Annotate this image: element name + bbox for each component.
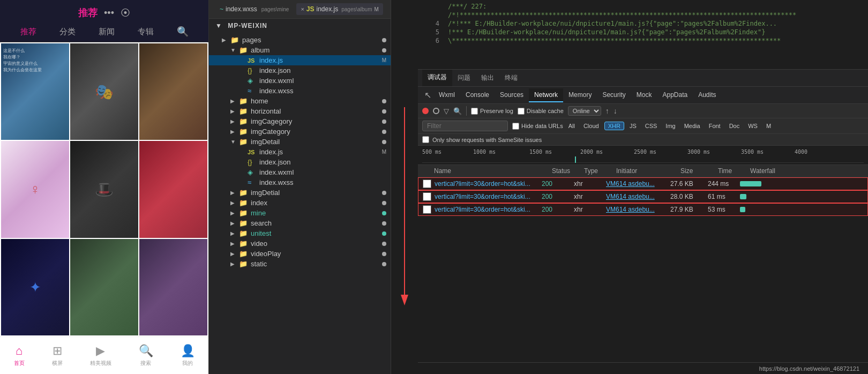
filter-xhr[interactable]: XHR — [604, 122, 624, 130]
tree-item-static[interactable]: ▶ 📁 static — [209, 259, 391, 269]
tree-item-index-js[interactable]: JS index.js M — [209, 55, 391, 65]
dot-indicator — [382, 211, 386, 215]
download-icon[interactable]: ↓ — [613, 107, 617, 115]
tree-item-index-wxml[interactable]: ◈ index.wxml — [209, 76, 391, 86]
tree-item-index[interactable]: ▶ 📁 index — [209, 198, 391, 208]
photo-6[interactable] — [139, 141, 207, 237]
photo-1[interactable]: 这是不什么我在哪？宇宙的意义是什么我为什么会坐在这里 — [1, 43, 69, 140]
tree-name: index.json — [259, 158, 386, 166]
record-circle[interactable] — [422, 108, 429, 114]
photo-3[interactable] — [139, 43, 207, 140]
tab-js[interactable]: × JS index.js pages\album M — [296, 3, 383, 15]
tab-close-icon[interactable]: × — [301, 6, 304, 12]
search-toolbar-icon[interactable]: 🔍 — [453, 107, 462, 115]
tree-item-videoplay[interactable]: ▶ 📁 videoPlay — [209, 249, 391, 259]
filter-js[interactable]: JS — [626, 122, 640, 130]
tree-item-mine[interactable]: ▶ 📁 mine — [209, 208, 391, 218]
tree-item-imgcategory[interactable]: ▶ 📁 imgCategory — [209, 126, 391, 137]
network-table[interactable]: vertical?limit=30&order=hot&ski... 200 x… — [418, 177, 868, 362]
tree-item-index-json[interactable]: {} index.json — [209, 65, 391, 76]
tree-item-imgdetial[interactable]: ▶ 📁 imgDetial — [209, 188, 391, 198]
tree-item-imgdetail-js[interactable]: JS index.js M — [209, 147, 391, 157]
tree-container[interactable]: ▶ 📁 pages ▼ 📁 album JS index.js M — [209, 33, 391, 374]
tab-terminal[interactable]: 终端 — [499, 70, 523, 86]
nav-fenlei[interactable]: 分类 — [59, 27, 76, 37]
row-checkbox-1[interactable] — [423, 179, 431, 188]
tab-console[interactable]: Console — [460, 88, 495, 102]
tree-item-imgdetail-json[interactable]: {} index.json — [209, 157, 391, 167]
tab-debugger[interactable]: 调试器 — [422, 70, 452, 86]
online-select[interactable]: Online — [568, 106, 601, 116]
tab-network[interactable]: Network — [529, 88, 563, 102]
filter-cloud[interactable]: Cloud — [580, 122, 602, 130]
photo-4[interactable]: ♀ — [1, 141, 69, 237]
filter-img[interactable]: Img — [662, 122, 678, 130]
samesite-checkbox[interactable] — [422, 136, 429, 143]
tab-issues[interactable]: 问题 — [452, 70, 476, 86]
search-icon[interactable]: 🔍 — [177, 26, 189, 38]
preserve-log-checkbox[interactable]: Preserve log — [471, 108, 513, 115]
nav-xinwen[interactable]: 新闻 — [99, 27, 115, 37]
photo-9[interactable] — [139, 239, 207, 335]
tab-memory[interactable]: Memory — [563, 88, 597, 102]
filter-font[interactable]: Font — [706, 122, 724, 130]
stop-circle[interactable] — [433, 108, 439, 114]
tree-item-pages[interactable]: ▶ 📁 pages — [209, 35, 391, 45]
tab-mock[interactable]: Mock — [631, 88, 657, 102]
table-row-3[interactable]: vertical?limit=30&order=hot&ski... 200 x… — [418, 203, 868, 216]
filter-all[interactable]: All — [565, 122, 578, 130]
bottom-nav-video[interactable]: ▶ 精美视频 — [90, 344, 111, 367]
code-line-5: 5 !*** E:/HBuilder-workplace/nui/dnpictu… — [418, 28, 868, 36]
cell-initiator-3[interactable]: VM614 asdebu... — [606, 206, 670, 213]
record-icon[interactable]: ⦿ — [121, 8, 130, 19]
tree-item-index-wxss[interactable]: ≈ index.wxss — [209, 86, 391, 96]
filter-media[interactable]: Media — [681, 122, 704, 130]
tab-sources[interactable]: Sources — [495, 88, 529, 102]
tab-audits[interactable]: Audits — [693, 88, 721, 102]
photo-7[interactable]: ✦ — [1, 239, 69, 335]
cell-initiator-2[interactable]: VM614 asdebu... — [606, 193, 670, 200]
filter-css[interactable]: CSS — [642, 122, 661, 130]
section-arrow[interactable]: ▼ — [215, 22, 222, 29]
tree-item-video[interactable]: ▶ 📁 video — [209, 238, 391, 249]
tab-security[interactable]: Security — [597, 88, 631, 102]
upload-icon[interactable]: ↑ — [605, 107, 609, 115]
tree-item-imgdetail[interactable]: ▼ 📁 imgDetail — [209, 137, 391, 147]
filter-doc[interactable]: Doc — [726, 122, 743, 130]
filter-input[interactable] — [422, 121, 508, 131]
json-file-icon: {} — [248, 66, 257, 74]
tree-item-imgdetail-wxss[interactable]: ≈ index.wxss — [209, 177, 391, 188]
tree-item-home[interactable]: ▶ 📁 home — [209, 96, 391, 106]
cell-initiator-1[interactable]: VM614 asdebu... — [606, 180, 670, 188]
bottom-nav-gallery[interactable]: ⊞ 横屏 — [52, 344, 63, 367]
cursor-icon[interactable]: ↖ — [422, 88, 433, 102]
bottom-nav-search[interactable]: 🔍 搜索 — [139, 344, 153, 367]
photo-5[interactable]: 🎩 — [70, 141, 138, 237]
bottom-nav-mine[interactable]: 👤 我的 — [181, 344, 195, 367]
photo-2[interactable]: 🎭 — [70, 43, 138, 140]
table-row-1[interactable]: vertical?limit=30&order=hot&ski... 200 x… — [418, 177, 868, 190]
photo-8[interactable] — [70, 239, 138, 335]
tree-item-album[interactable]: ▼ 📁 album — [209, 45, 391, 55]
tree-item-unitest[interactable]: ▶ 📁 unitest — [209, 228, 391, 238]
filter-m[interactable]: M — [763, 122, 774, 130]
tree-item-horizontal[interactable]: ▶ 📁 horizontal — [209, 106, 391, 116]
tree-item-imgdetail-wxml[interactable]: ◈ index.wxml — [209, 167, 391, 177]
tab-wxss[interactable]: ~ index.wxss pages\mine — [215, 3, 293, 15]
tree-item-imgcagegory[interactable]: ▶ 📁 imgCagegory — [209, 116, 391, 126]
row-checkbox-3[interactable] — [423, 205, 431, 214]
more-icon[interactable]: ••• — [104, 8, 114, 19]
tab-wxml[interactable]: Wxml — [433, 88, 460, 102]
row-checkbox-2[interactable] — [423, 192, 431, 201]
nav-zhuanji[interactable]: 专辑 — [138, 27, 154, 37]
tab-output[interactable]: 输出 — [476, 70, 499, 86]
filter-icon[interactable]: ▽ — [444, 107, 449, 115]
tree-item-search[interactable]: ▶ 📁 search — [209, 218, 391, 228]
table-row-2[interactable]: vertical?limit=30&order=hot&ski... 200 x… — [418, 190, 868, 203]
filter-ws[interactable]: WS — [745, 122, 761, 130]
bottom-nav-home[interactable]: ⌂ 首页 — [14, 344, 25, 367]
nav-tuijian[interactable]: 推荐 — [20, 27, 36, 37]
tab-appdata[interactable]: AppData — [657, 88, 693, 102]
disable-cache-checkbox[interactable]: Disable cache — [518, 108, 564, 115]
hide-data-urls-checkbox[interactable]: Hide data URLs — [512, 123, 563, 130]
